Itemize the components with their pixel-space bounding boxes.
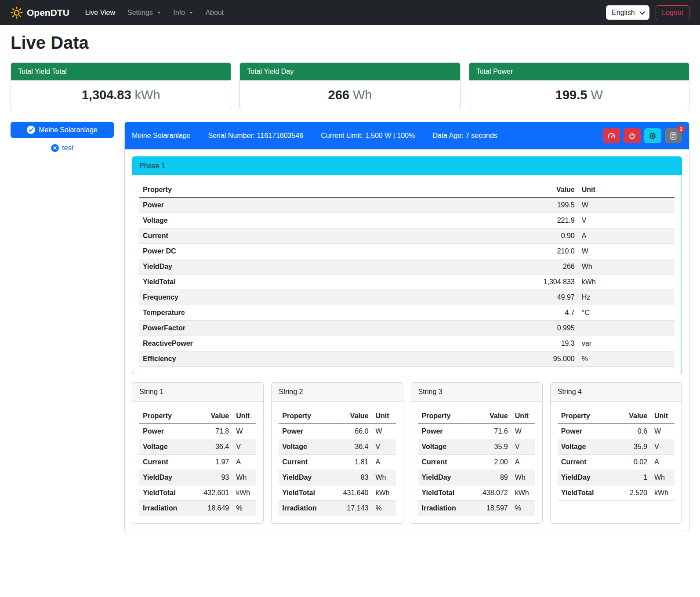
unit-cell: Wh: [372, 470, 396, 485]
unit-cell: W: [372, 424, 396, 439]
value-cell: 36.4: [335, 439, 372, 455]
property-cell: Temperature: [139, 305, 471, 321]
navbar-right: English Logout: [606, 5, 689, 20]
property-cell: Voltage: [418, 439, 475, 455]
value-cell: 1.81: [335, 455, 372, 470]
value-cell: 19.3: [471, 336, 578, 351]
string-1-table: Property Value Unit Power71.8WVoltage36.…: [139, 409, 256, 516]
gauge-icon: [607, 132, 616, 140]
brand-label: OpenDTU: [27, 7, 69, 18]
unit-cell: %: [511, 501, 535, 516]
value-cell: 2.00: [475, 455, 511, 470]
value-cell: 221.9: [471, 213, 578, 228]
property-cell: YieldDay: [279, 470, 335, 485]
nav-item-info-label: Info: [173, 9, 185, 16]
table-row: Voltage36.4V: [139, 439, 256, 455]
phase-table: Property Value Unit Power199.5WVoltage22…: [139, 182, 675, 367]
total-power-card: Total Power 199.5W: [469, 62, 689, 110]
logout-button[interactable]: Logout: [656, 5, 689, 20]
unit-cell: kWh: [578, 275, 675, 290]
inverter-label: Meine Solaranlage: [39, 126, 97, 134]
property-column-header: Property: [279, 409, 335, 424]
value-cell: 93: [196, 470, 232, 485]
nav-item-info[interactable]: Info: [167, 5, 199, 20]
table-row: Power DC210.0W: [139, 244, 675, 259]
table-row: Frequency49.97Hz: [139, 290, 675, 305]
property-cell: YieldTotal: [279, 485, 335, 501]
string-2-table: Property Value Unit Power66.0WVoltage36.…: [279, 409, 395, 516]
table-row: YieldDay83Wh: [279, 470, 395, 485]
nav-item-live-view[interactable]: Live View: [79, 5, 121, 20]
card-title: Total Yield Day: [240, 63, 460, 80]
table-header-row: Property Value Unit: [139, 409, 256, 424]
unit-cell: W: [578, 198, 675, 213]
value-cell: 0.90: [471, 228, 578, 244]
value-cell: 1,304.833: [471, 275, 578, 290]
top-navbar: OpenDTU Live View Settings Info About En…: [0, 0, 700, 25]
property-cell: Current: [418, 455, 475, 470]
inverter-select-meine-solaranlage[interactable]: Meine Solaranlage: [11, 122, 114, 138]
check-circle-icon: [27, 126, 35, 134]
string-3-table: Property Value Unit Power71.6WVoltage35.…: [418, 409, 535, 516]
card-unit: Wh: [353, 88, 372, 102]
value-cell: 1.97: [196, 455, 232, 470]
unit-cell: A: [372, 455, 396, 470]
brand-link[interactable]: OpenDTU: [11, 7, 69, 19]
phase-title: Phase 1: [132, 157, 682, 175]
property-cell: Current: [139, 455, 196, 470]
property-column-header: Property: [418, 409, 475, 424]
card-title: Total Yield Total: [11, 63, 231, 80]
unit-cell: V: [651, 439, 675, 455]
unit-column-header: Unit: [578, 182, 675, 198]
property-cell: Irradiation: [418, 501, 475, 516]
language-select[interactable]: English: [606, 5, 649, 20]
value-cell: 71.6: [475, 424, 511, 439]
nav-item-settings-label: Settings: [127, 9, 153, 16]
property-cell: Current: [139, 228, 471, 244]
unit-cell: Wh: [511, 470, 535, 485]
summary-cards-row: Total Yield Total 1,304.83kWh Total Yiel…: [11, 62, 689, 110]
table-row: Current1.97A: [139, 455, 256, 470]
value-cell: 2.520: [614, 485, 651, 501]
main-nav: Live View Settings Info About: [79, 5, 230, 20]
property-cell: YieldTotal: [139, 485, 196, 501]
property-cell: Power DC: [139, 244, 471, 259]
event-log-button[interactable]: 2: [665, 128, 682, 143]
unit-cell: %: [232, 501, 256, 516]
language-select-wrap: English: [606, 5, 649, 20]
value-cell: 431.640: [335, 485, 372, 501]
table-row: Voltage221.9V: [139, 213, 675, 228]
string-1-card: String 1 Property Value Unit: [132, 382, 264, 524]
string-4-table: Property Value Unit Power0.6WVoltage35.9…: [558, 409, 675, 501]
table-header-row: Property Value Unit: [139, 182, 675, 198]
power-button[interactable]: [624, 128, 641, 143]
property-cell: YieldDay: [418, 470, 475, 485]
property-cell: YieldDay: [139, 259, 471, 275]
value-cell: 210.0: [471, 244, 578, 259]
sun-icon: [11, 7, 23, 19]
table-row: YieldTotal438.072kWh: [418, 485, 535, 501]
value-cell: 35.9: [614, 439, 651, 455]
nav-item-about[interactable]: About: [199, 5, 230, 20]
unit-cell: %: [578, 351, 675, 367]
property-cell: YieldTotal: [139, 275, 471, 290]
nav-item-settings[interactable]: Settings: [121, 5, 167, 20]
string-title: String 2: [272, 383, 403, 402]
unit-cell: kWh: [651, 485, 675, 501]
value-cell: 199.5: [471, 198, 578, 213]
inverter-sidebar: Meine Solaranlage test: [11, 122, 114, 152]
value-column-header: Value: [475, 409, 511, 424]
data-age: Data Age: 7 seconds: [432, 132, 497, 140]
table-row: Current0.90A: [139, 228, 675, 244]
table-row: YieldTotal2.520kWh: [558, 485, 675, 501]
device-info-button[interactable]: [644, 128, 661, 143]
unit-cell: V: [372, 439, 396, 455]
inverter-select-test[interactable]: test: [11, 144, 114, 152]
value-cell: 36.4: [196, 439, 232, 455]
limit-settings-button[interactable]: [603, 128, 620, 143]
property-cell: Power: [418, 424, 475, 439]
table-row: YieldDay89Wh: [418, 470, 535, 485]
value-column-header: Value: [471, 182, 578, 198]
property-cell: Power: [139, 198, 471, 213]
value-cell: 66.0: [335, 424, 372, 439]
